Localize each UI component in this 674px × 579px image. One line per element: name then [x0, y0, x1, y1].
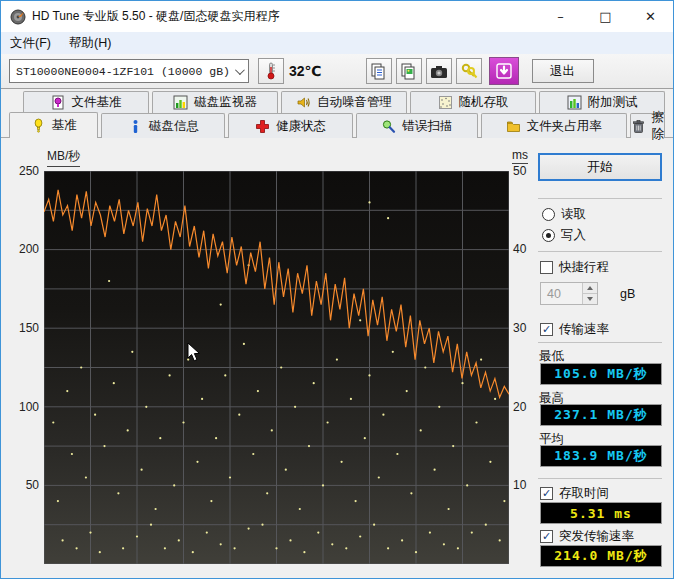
spinner-buttons	[582, 283, 597, 304]
left-tick: 150	[3, 321, 39, 335]
temperature-value: 32℃	[289, 63, 322, 79]
thermometer-icon	[263, 62, 279, 80]
magnifier-icon	[381, 119, 396, 134]
drive-select-value: ST10000NE0004-1ZF101 (10000 gB)	[16, 65, 235, 78]
separator	[538, 251, 662, 252]
left-tick: 100	[3, 400, 39, 414]
benchmark-chart-svg	[44, 171, 509, 564]
write-radio-label: 写入	[561, 227, 586, 244]
camera-icon	[430, 64, 448, 79]
toolbar-buttons: 退出	[362, 57, 594, 85]
burst-rate-label: 突发传输速率	[559, 528, 634, 545]
file-benchmark-icon	[51, 95, 66, 110]
tab-row-secondary: 文件基准 磁盘监视器 自动噪音管理	[23, 91, 665, 113]
tab-health[interactable]: 健康状态	[228, 113, 352, 138]
tab-disk-info[interactable]: 磁盘信息	[101, 113, 225, 138]
short-stroke-size-group: 40 gB	[540, 282, 635, 305]
options-button[interactable]	[456, 58, 482, 84]
tab-aam[interactable]: 自动噪音管理	[281, 91, 407, 113]
extra-tests-icon	[567, 95, 582, 110]
capacity-unit-label: gB	[620, 287, 635, 301]
trash-icon	[631, 119, 646, 134]
tab-label: 随机存取	[459, 94, 509, 111]
min-value-display: 105.0 MB/秒	[540, 363, 662, 385]
tab-label: 自动噪音管理	[317, 94, 392, 111]
disk-monitor-icon	[173, 95, 188, 110]
close-button[interactable]: ✕	[628, 1, 673, 32]
info-icon	[128, 119, 143, 134]
arrow-down-icon	[587, 297, 593, 301]
mouse-cursor-icon	[187, 342, 201, 363]
short-stroke-label: 快捷行程	[559, 259, 609, 276]
tab-label: 文件夹占用率	[527, 118, 602, 135]
left-tick: 250	[3, 164, 39, 178]
tab-disk-monitor[interactable]: 磁盘监视器	[152, 91, 278, 113]
temperature-button[interactable]	[258, 58, 284, 84]
copy-text-button[interactable]	[366, 58, 392, 84]
save-results-button[interactable]	[489, 57, 519, 85]
tab-error-scan[interactable]: 错误扫描	[356, 113, 478, 138]
access-time-display: 5.31 ms	[540, 502, 662, 524]
right-axis-label: ms	[512, 148, 528, 164]
menu-help[interactable]: 帮助(H)	[60, 33, 120, 54]
arrow-up-icon	[587, 286, 593, 290]
window-title: HD Tune 专业版 5.50 - 硬盘/固态硬盘实用程序	[32, 8, 538, 25]
separator	[538, 478, 662, 479]
tab-file-benchmark[interactable]: 文件基准	[23, 91, 149, 113]
burst-rate-checkbox[interactable]: ✓ 突发传输速率	[540, 528, 634, 545]
separator	[538, 342, 662, 343]
burst-rate-display: 214.0 MB/秒	[540, 545, 662, 567]
left-axis-label: MB/秒	[47, 148, 80, 167]
tab-label: 文件基准	[72, 94, 122, 111]
download-arrow-icon	[496, 63, 512, 79]
write-radio[interactable]: 写入	[542, 227, 586, 244]
max-value-display: 237.1 MB/秒	[540, 404, 662, 426]
tab-strips: 文件基准 磁盘监视器 自动噪音管理	[1, 89, 673, 138]
tab-label: 基准	[52, 117, 77, 134]
hd-tune-window: HD Tune 专业版 5.50 - 硬盘/固态硬盘实用程序 – □ ✕ 文件(…	[0, 0, 674, 579]
short-stroke-size-spinner[interactable]: 40	[540, 282, 598, 305]
benchmark-bulb-icon	[31, 118, 46, 133]
spinner-up-button[interactable]	[583, 283, 597, 294]
avg-value-display: 183.9 MB/秒	[540, 445, 662, 467]
read-radio[interactable]: 读取	[542, 206, 586, 223]
tab-erase[interactable]: 擦除	[630, 113, 666, 138]
random-access-icon	[438, 95, 453, 110]
menu-file[interactable]: 文件(F)	[1, 33, 60, 54]
spinner-down-button[interactable]	[583, 294, 597, 304]
copy-text-icon	[370, 63, 387, 80]
menubar: 文件(F) 帮助(H)	[1, 32, 673, 54]
transfer-rate-checkbox[interactable]: ✓ 传输速率	[540, 321, 609, 338]
start-button[interactable]: 开始	[538, 153, 662, 181]
short-stroke-checkbox[interactable]: 快捷行程	[540, 259, 609, 276]
drive-select[interactable]: ST10000NE0004-1ZF101 (10000 gB)	[9, 59, 249, 83]
read-radio-label: 读取	[561, 206, 586, 223]
toolbar: ST10000NE0004-1ZF101 (10000 gB) 32℃	[1, 54, 673, 89]
benchmark-chart	[44, 171, 509, 564]
transfer-rate-label: 传输速率	[559, 321, 609, 338]
tab-benchmark[interactable]: 基准	[9, 112, 98, 138]
tab-folder-usage[interactable]: 文件夹占用率	[481, 113, 627, 138]
radio-selected-icon	[542, 229, 555, 242]
tab-label: 附加测试	[588, 94, 638, 111]
hd-tune-app-icon	[10, 9, 26, 25]
minimize-button[interactable]: –	[538, 1, 583, 32]
folder-icon	[506, 119, 521, 134]
tab-random-access[interactable]: 随机存取	[410, 91, 536, 113]
copy-image-icon	[400, 63, 417, 80]
left-tick: 200	[3, 242, 39, 256]
tab-extra-tests[interactable]: 附加测试	[539, 91, 665, 113]
screenshot-button[interactable]	[426, 58, 452, 84]
tab-row-primary: 基准 磁盘信息 健康状态 错误扫描	[9, 113, 665, 138]
tab-label: 磁盘监视器	[194, 94, 257, 111]
access-time-checkbox[interactable]: ✓ 存取时间	[540, 485, 609, 502]
speaker-icon	[296, 95, 311, 110]
exit-button[interactable]: 退出	[532, 59, 594, 83]
left-tick: 50	[3, 478, 39, 492]
tab-label: 擦除	[652, 109, 665, 143]
copy-image-button[interactable]	[396, 58, 422, 84]
tab-label: 健康状态	[276, 118, 326, 135]
access-time-label: 存取时间	[559, 485, 609, 502]
checkbox-checked-icon: ✓	[540, 323, 553, 336]
maximize-button[interactable]: □	[583, 1, 628, 32]
